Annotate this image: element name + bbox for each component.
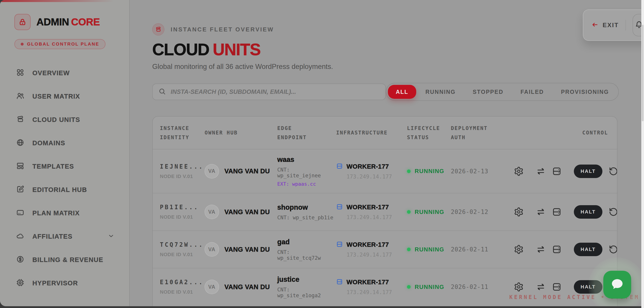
- server-button[interactable]: [552, 244, 562, 254]
- exit-button[interactable]: EXIT: [592, 21, 619, 29]
- avatar: VA: [204, 242, 219, 257]
- infrastructure-cell: WORKER-177 173.249.14.177: [336, 203, 407, 220]
- refresh-button[interactable]: [608, 207, 618, 217]
- refresh-button[interactable]: [608, 166, 618, 176]
- server-button[interactable]: [552, 207, 562, 217]
- table-row: TCQ72W... NODE ID V.01 VA VANG VAN DU ga…: [153, 231, 617, 268]
- edit-icon: [16, 185, 24, 194]
- bell-icon: [635, 21, 641, 30]
- instances-table: INSTANCE IDENTITY OWNER HUB EDGE ENDPOIN…: [152, 116, 618, 306]
- box-icon: [16, 115, 24, 124]
- sidebar-item-label: USER MATRIX: [32, 93, 80, 100]
- cpu-icon: [16, 279, 24, 288]
- halt-button[interactable]: HALT: [574, 243, 602, 256]
- sidebar-item-affiliates[interactable]: AFFILIATES: [16, 232, 120, 241]
- dollar-circle-icon: [16, 255, 24, 264]
- swap-button[interactable]: [536, 244, 546, 254]
- globe-icon: [16, 139, 24, 148]
- settings-button[interactable]: [514, 244, 524, 254]
- status-dot: [407, 169, 410, 173]
- sidebar-item-user-matrix[interactable]: USER MATRIX: [16, 92, 120, 101]
- edge-endpoint-cell: shopnow CNT: wp_site_pb1ie: [277, 203, 336, 220]
- main-content: EXIT TERMINATE SESSION INSTANCE FLEET OV…: [130, 0, 641, 306]
- server-icon: [336, 241, 343, 249]
- scrollbar-thumb[interactable]: [642, 25, 644, 121]
- server-button[interactable]: [552, 282, 562, 292]
- site-name: waas: [277, 155, 336, 164]
- page-title-primary: CLOUD: [152, 40, 209, 59]
- owner-cell: VA VANG VAN DU: [204, 242, 277, 257]
- search-box: [152, 84, 386, 100]
- swap-button[interactable]: [536, 207, 546, 217]
- status-dot: [407, 248, 410, 251]
- settings-button[interactable]: [514, 207, 524, 217]
- server-button[interactable]: [552, 166, 562, 176]
- eyebrow-label: INSTANCE FLEET OVERVIEW: [171, 26, 274, 33]
- sidebar-item-overview[interactable]: OVERVIEW: [16, 68, 120, 77]
- avatar: VA: [204, 164, 219, 178]
- worker-name: WORKER-177: [346, 279, 389, 286]
- sidebar-accent-bar: [0, 0, 129, 2]
- table-header-row: INSTANCE IDENTITY OWNER HUB EDGE ENDPOIN…: [153, 117, 617, 149]
- node-id-label: NODE ID V.01: [160, 252, 204, 258]
- layout-icon: [16, 162, 24, 171]
- swap-button[interactable]: [536, 282, 546, 292]
- owner-name: VANG VAN DU: [224, 208, 270, 216]
- container-name: CNT: wp_site_e1oga2: [277, 287, 336, 298]
- external-domain[interactable]: EXT: wpaas.cc: [277, 181, 336, 187]
- infrastructure-cell: WORKER-177 173.249.14.177: [336, 241, 407, 258]
- sidebar-item-hypervisor[interactable]: HYPERVISOR: [16, 279, 120, 288]
- worker-ip: 173.249.14.177: [346, 289, 407, 296]
- column-header-owner-hub: OWNER HUB: [204, 128, 250, 137]
- swap-button[interactable]: [536, 166, 546, 176]
- instance-id: TCQ72W...: [160, 241, 204, 248]
- container-name: CNT: wp_site_tcq72w: [277, 249, 336, 261]
- sidebar-item-billing-revenue[interactable]: BILLING & REVENUE: [16, 255, 120, 264]
- worker-name: WORKER-177: [346, 241, 389, 248]
- brand-name: ADMINCORE: [36, 16, 100, 28]
- filter-tab-all[interactable]: ALL: [388, 85, 416, 99]
- credit-card-icon: [16, 209, 24, 218]
- settings-button[interactable]: [514, 282, 524, 292]
- owner-name: VANG VAN DU: [224, 246, 270, 253]
- column-header-deployment-auth: DEPLOYMENT AUTH: [451, 124, 496, 142]
- settings-button[interactable]: [514, 166, 524, 176]
- chat-widget-button[interactable]: [603, 271, 631, 299]
- worker-name: WORKER-177: [346, 163, 389, 170]
- halt-button[interactable]: HALT: [574, 205, 602, 219]
- sidebar-item-cloud-units[interactable]: CLOUD UNITS: [16, 115, 120, 124]
- brand-logo: ADMINCORE: [14, 14, 120, 30]
- lifecycle-status-cell: RUNNING: [407, 284, 451, 291]
- exit-label: EXIT: [603, 22, 619, 29]
- instance-id: E10GA2...: [160, 279, 204, 286]
- refresh-button[interactable]: [608, 244, 618, 254]
- filter-tab-failed[interactable]: FAILED: [513, 85, 552, 99]
- search-input[interactable]: [171, 88, 380, 95]
- chevron-down-icon: [108, 233, 114, 240]
- sidebar-item-templates[interactable]: TEMPLATES: [16, 162, 120, 171]
- sidebar-item-editorial-hub[interactable]: EDITORIAL HUB: [16, 185, 120, 194]
- notifications-button[interactable]: [632, 14, 641, 36]
- sidebar-item-plan-matrix[interactable]: PLAN MATRIX: [16, 209, 120, 218]
- control-cell: HALT: [514, 242, 617, 257]
- deployment-auth-cell: 2026-02-11: [451, 284, 514, 290]
- filter-tab-provisioning[interactable]: PROVISIONING: [553, 85, 617, 99]
- page-scrollbar[interactable]: [641, 0, 644, 308]
- owner-name: VANG VAN DU: [224, 283, 270, 291]
- lock-icon: [14, 14, 30, 30]
- deployment-auth-cell: 2026-02-12: [451, 209, 514, 215]
- filter-tab-stopped[interactable]: STOPPED: [465, 85, 511, 99]
- badge-label: GLOBAL CONTROL PLANE: [27, 41, 99, 47]
- sidebar-item-label: EDITORIAL HUB: [32, 186, 87, 193]
- site-name: gad: [277, 238, 336, 246]
- sidebar: ADMINCORE GLOBAL CONTROL PLANE OVERVIEW …: [0, 0, 130, 306]
- sidebar-item-domains[interactable]: DOMAINS: [16, 139, 120, 148]
- filter-tab-running[interactable]: RUNNING: [418, 85, 464, 99]
- status-filter-group: ALL RUNNING STOPPED FAILED PROVISIONING: [386, 83, 619, 101]
- app-window: ADMINCORE GLOBAL CONTROL PLANE OVERVIEW …: [0, 0, 641, 306]
- status-dot: [21, 43, 24, 46]
- column-header-control: CONTROL: [514, 128, 617, 137]
- sidebar-item-label: PLAN MATRIX: [32, 209, 80, 217]
- control-cell: HALT: [514, 205, 617, 219]
- halt-button[interactable]: HALT: [574, 164, 602, 178]
